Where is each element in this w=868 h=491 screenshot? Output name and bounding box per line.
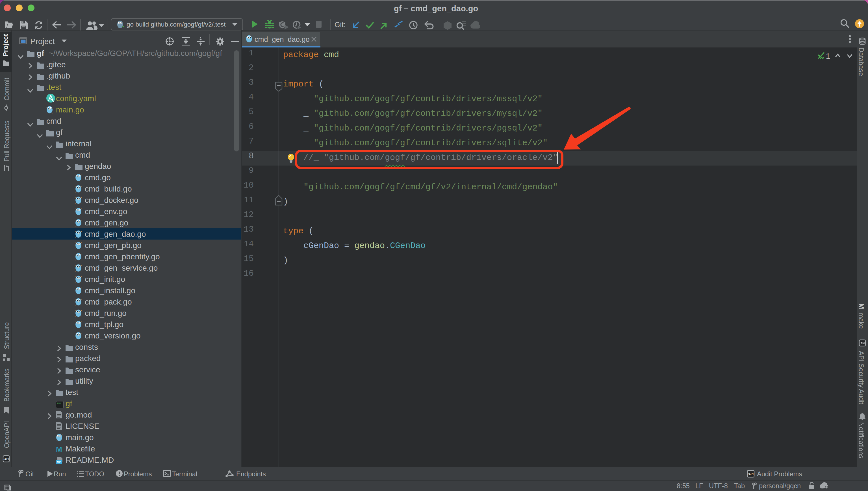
svg-text:MD: MD <box>57 461 61 464</box>
svg-text:/API: /API <box>748 472 754 475</box>
svg-text:/API: /API <box>860 342 865 345</box>
svg-text:M: M <box>56 445 62 454</box>
svg-text:/API: /API <box>3 458 9 461</box>
svg-text:exec: exec <box>57 402 61 404</box>
